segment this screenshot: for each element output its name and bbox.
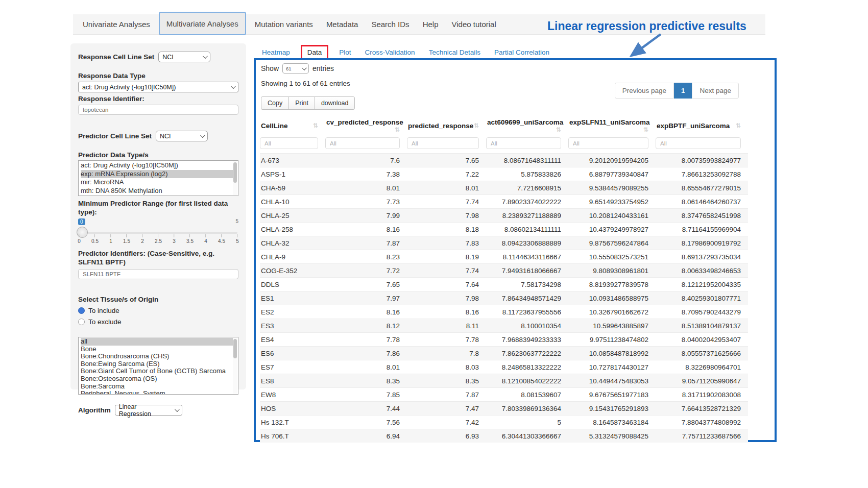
slider-tick-label: 1.5 — [123, 238, 130, 244]
column-header-predicted-response[interactable]: predicted_response⇅ — [407, 114, 486, 136]
response-identifier-input[interactable] — [78, 105, 238, 115]
option-all[interactable]: all — [81, 338, 237, 346]
table-header-row: CellLine⇅cv_predicted_response⇅predicted… — [260, 114, 748, 136]
table-row[interactable]: EW87.857.878.0815396079.676756519771838.… — [260, 388, 748, 402]
table-row[interactable]: CHLA-327.877.838.094233068888899.8756759… — [260, 236, 748, 250]
sort-icon[interactable]: ⇅ — [313, 122, 318, 129]
tab-partial-correlation[interactable]: Partial Correlation — [494, 48, 549, 56]
download-button[interactable]: download — [315, 96, 355, 110]
scrollbar[interactable] — [233, 338, 237, 394]
radio-selected-icon[interactable] — [78, 307, 85, 314]
predictor-cell-line-set-select[interactable]: NCI — [156, 131, 208, 141]
filter-cell-expbptf-unisarcoma — [656, 136, 748, 154]
column-header-cellline[interactable]: CellLine⇅ — [260, 114, 325, 136]
table-row[interactable]: CHLA-2588.168.188.0860213411111110.43792… — [260, 223, 748, 236]
tissue-list[interactable]: allBoneBone:Chondrosarcoma (CHS)Bone:Ewi… — [78, 337, 238, 395]
scrollbar-thumb[interactable] — [233, 162, 237, 183]
column-header-expbptf-unisarcoma[interactable]: expBPTF_uniSarcoma⇅ — [656, 114, 748, 136]
option-bone-giant-cell-tumor-of-bone-gctb-sarcoma[interactable]: Bone:Giant Cell Tumor of Bone (GCTB) Sar… — [81, 368, 237, 375]
tab-heatmap[interactable]: Heatmap — [262, 48, 290, 56]
table-row[interactable]: HOS7.447.477.803398691363649.15431765291… — [260, 402, 748, 416]
filter-input-predicted-response[interactable] — [407, 137, 479, 149]
slider-track[interactable] — [79, 232, 237, 234]
slider-tick-label: 4 — [204, 238, 207, 244]
response-data-type-select[interactable]: act: Drug Activity (-log10[IC50M]) — [78, 82, 238, 92]
nav-item-metadata[interactable]: Metadata — [320, 20, 365, 29]
value-cell: 7.22 — [407, 167, 486, 181]
filter-input-expslfn11-unisarcoma[interactable] — [568, 137, 648, 149]
column-header-act609699-unisarcoma[interactable]: act609699_uniSarcoma⇅ — [486, 114, 568, 136]
nav-item-video-tutorial[interactable]: Video tutorial — [445, 20, 502, 29]
option-bone-ewing-sarcoma-es[interactable]: Bone:Ewing Sarcoma (ES) — [81, 360, 237, 368]
filter-input-cv-predicted-response[interactable] — [325, 137, 400, 149]
table-row[interactable]: ASPS-17.387.225.8758338266.8879773934084… — [260, 167, 748, 181]
nav-item-univariate-analyses[interactable]: Univariate Analyses — [76, 20, 157, 29]
option-mth-dna-850k-methylation[interactable]: mth: DNA 850K Methylation — [81, 187, 237, 196]
radio-unselected-icon[interactable] — [78, 319, 85, 325]
option-act-drug-activity-log10-ic50m[interactable]: act: Drug Activity (-log10[IC50M]) — [81, 161, 237, 170]
algorithm-select[interactable]: Linear Regression — [115, 405, 182, 416]
table-row[interactable]: ES28.168.168.1172363795555610.3267901662… — [260, 305, 748, 319]
next-page-button[interactable]: Next page — [692, 83, 739, 99]
table-row[interactable]: ES38.128.118.10001035410.5996438858978.5… — [260, 319, 748, 333]
show-entries-select[interactable]: 61 — [282, 63, 309, 74]
option-bone-chondrosarcoma-chs[interactable]: Bone:Chondrosarcoma (CHS) — [81, 353, 237, 360]
table-row[interactable]: A-6737.67.658.086716483111119.2012091959… — [260, 154, 748, 167]
value-cell: 8.00735993824977 — [656, 154, 748, 167]
tab-technical-details[interactable]: Technical Details — [429, 48, 480, 56]
table-row[interactable]: ES47.787.787.968839492333339.97511238474… — [260, 333, 748, 347]
column-header-expslfn11-unisarcoma[interactable]: expSLFN11_uniSarcoma⇅ — [568, 114, 656, 136]
chevron-down-icon — [175, 407, 180, 412]
predictor-datatype-list[interactable]: act: Drug Activity (-log10[IC50M])exp: m… — [78, 160, 238, 196]
sort-icon[interactable]: ⇅ — [474, 122, 479, 129]
table-row[interactable]: CHA-598.018.017.72166089159.538445790892… — [260, 181, 748, 195]
slider-tick: 2 — [141, 234, 144, 244]
print-button[interactable]: Print — [288, 96, 315, 110]
nav-item-search-ids[interactable]: Search IDs — [365, 20, 416, 29]
table-row[interactable]: COG-E-3527.727.747.949316180666679.80893… — [260, 264, 748, 278]
table-row[interactable]: ES17.977.987.8643494857142910.0931486588… — [260, 291, 748, 305]
slider-tick: 0.5 — [91, 234, 99, 244]
value-cell: 8.69137293735034 — [656, 250, 748, 264]
table-row[interactable]: CHLA-107.737.747.890233740222229.6514923… — [260, 195, 748, 209]
sort-icon[interactable]: ⇅ — [643, 126, 648, 133]
value-cell: 8.11723637955556 — [486, 305, 568, 319]
option-bone-osteosarcoma-os[interactable]: Bone:Osteosarcoma (OS) — [81, 375, 237, 383]
previous-page-button[interactable]: Previous page — [615, 83, 674, 99]
table-row[interactable]: CHLA-98.238.198.1144634311666710.5550832… — [260, 250, 748, 264]
filter-input-cellline[interactable] — [260, 137, 318, 149]
response-identifier-label: Response Identifier: — [78, 95, 238, 103]
nav-item-mutation-variants[interactable]: Mutation variants — [248, 20, 320, 29]
filter-input-expbptf-unisarcoma[interactable] — [656, 137, 741, 149]
filter-input-act609699-unisarcoma[interactable] — [486, 137, 561, 149]
response-cell-line-set-select[interactable]: NCI — [158, 52, 210, 62]
option-mir-microrna[interactable]: mir: MicroRNA — [81, 178, 237, 187]
column-header-cv-predicted-response[interactable]: cv_predicted_response⇅ — [325, 114, 407, 136]
tab-cross-validation[interactable]: Cross-Validation — [365, 48, 415, 56]
table-row[interactable]: ES88.358.358.1210085402222210.4494475483… — [260, 374, 748, 388]
tab-plot[interactable]: Plot — [339, 48, 351, 56]
table-row[interactable]: Hs 706.T6.946.936.304413033666675.313245… — [260, 429, 748, 443]
nav-item-help[interactable]: Help — [416, 20, 445, 29]
radio-to-exclude[interactable]: To exclude — [78, 318, 238, 326]
table-row[interactable]: ES67.867.87.8623063772222210.08584878189… — [260, 347, 748, 360]
tab-data[interactable]: Data — [301, 45, 329, 60]
copy-button[interactable]: Copy — [261, 96, 289, 110]
table-row[interactable]: ES78.018.038.2486581332222210.7278174430… — [260, 360, 748, 374]
sort-icon[interactable]: ⇅ — [556, 126, 561, 133]
table-row[interactable]: CHLA-257.997.988.2389327118888910.208124… — [260, 209, 748, 223]
scrollbar[interactable] — [233, 161, 237, 195]
radio-to-include[interactable]: To include — [78, 307, 238, 314]
option-exp-mrna-expression-log2[interactable]: exp: mRNA Expression (log2) — [81, 170, 237, 179]
table-row[interactable]: Hs 132.T7.567.4258.16458734631847.880437… — [260, 416, 748, 429]
option-bone[interactable]: Bone — [81, 346, 237, 353]
predictor-identifiers-input[interactable] — [78, 269, 238, 279]
current-page-button[interactable]: 1 — [674, 83, 692, 99]
sort-icon[interactable]: ⇅ — [395, 126, 400, 133]
table-row[interactable]: DDLS7.657.647.5817342988.819392778395788… — [260, 278, 748, 291]
option-peripheral-nervous-system[interactable]: Peripheral_Nervous_System — [81, 390, 237, 395]
scrollbar-thumb[interactable] — [233, 339, 237, 358]
sort-icon[interactable]: ⇅ — [736, 122, 741, 129]
option-bone-sarcoma[interactable]: Bone:Sarcoma — [81, 383, 237, 391]
nav-item-multivariate-analyses[interactable]: Multivariate Analyses — [159, 12, 246, 35]
